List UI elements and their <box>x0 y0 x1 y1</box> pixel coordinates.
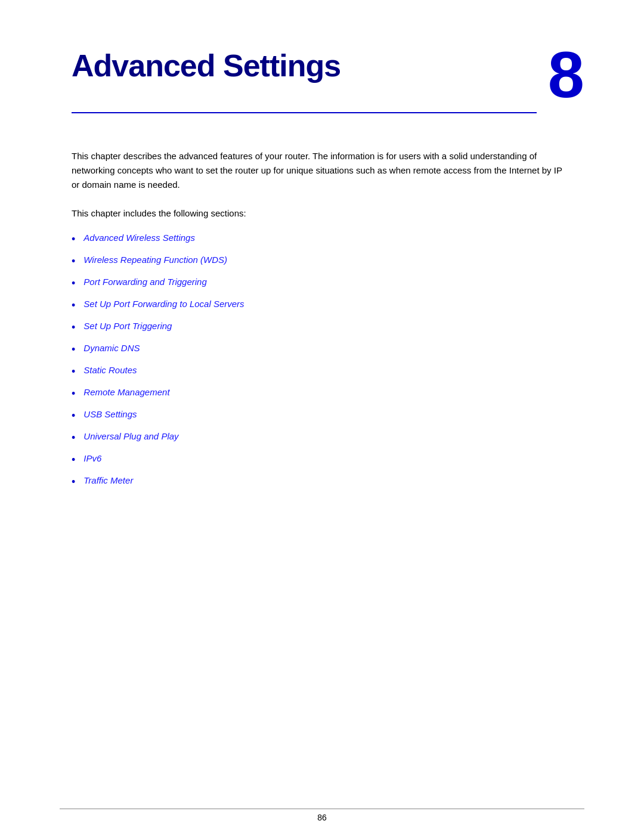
bullet-icon: • <box>72 253 75 270</box>
toc-link-3[interactable]: Set Up Port Forwarding to Local Servers <box>83 298 244 311</box>
toc-link-5[interactable]: Dynamic DNS <box>83 342 140 355</box>
chapter-title: Advanced Settings <box>72 48 340 83</box>
toc-link-9[interactable]: Universal Plug and Play <box>83 430 178 444</box>
bullet-icon: • <box>72 408 75 424</box>
bullet-icon: • <box>72 275 75 292</box>
list-item: •Remote Management <box>72 386 572 402</box>
content-section: This chapter describes the advanced feat… <box>0 113 644 490</box>
list-item: •Advanced Wireless Settings <box>72 231 572 247</box>
list-item: •Set Up Port Forwarding to Local Servers <box>72 298 572 314</box>
list-item: •Set Up Port Triggering <box>72 320 572 336</box>
title-divider <box>72 112 537 113</box>
list-item: •Dynamic DNS <box>72 342 572 358</box>
toc-link-2[interactable]: Port Forwarding and Triggering <box>83 275 206 289</box>
toc-link-8[interactable]: USB Settings <box>83 408 137 422</box>
toc-link-1[interactable]: Wireless Repeating Function (WDS) <box>83 253 227 267</box>
bullet-icon: • <box>72 231 75 247</box>
toc-link-11[interactable]: Traffic Meter <box>83 474 133 488</box>
chapter-number: 8 <box>548 42 584 107</box>
list-item: •Port Forwarding and Triggering <box>72 275 572 292</box>
list-item: •Static Routes <box>72 364 572 380</box>
sections-intro: This chapter includes the following sect… <box>72 206 572 221</box>
bullet-icon: • <box>72 430 75 446</box>
bullet-icon: • <box>72 364 75 380</box>
bullet-icon: • <box>72 342 75 358</box>
list-item: •Wireless Repeating Function (WDS) <box>72 253 572 270</box>
toc-list: •Advanced Wireless Settings•Wireless Rep… <box>72 231 572 490</box>
intro-paragraph-1: This chapter describes the advanced feat… <box>72 149 572 192</box>
toc-link-4[interactable]: Set Up Port Triggering <box>83 320 172 333</box>
list-item: •USB Settings <box>72 408 572 424</box>
chapter-title-row: Advanced Settings 8 <box>72 48 584 107</box>
bullet-icon: • <box>72 452 75 468</box>
list-item: •Universal Plug and Play <box>72 430 572 446</box>
bullet-icon: • <box>72 386 75 402</box>
page-number: 86 <box>317 813 327 822</box>
toc-link-6[interactable]: Static Routes <box>83 364 137 377</box>
page-container: Advanced Settings 8 This chapter describ… <box>0 0 644 833</box>
list-item: •Traffic Meter <box>72 474 572 490</box>
bullet-icon: • <box>72 298 75 314</box>
toc-link-0[interactable]: Advanced Wireless Settings <box>83 231 195 245</box>
bullet-icon: • <box>72 320 75 336</box>
toc-link-7[interactable]: Remote Management <box>83 386 169 400</box>
footer-divider <box>60 809 584 809</box>
header-section: Advanced Settings 8 <box>0 0 644 113</box>
list-item: •IPv6 <box>72 452 572 468</box>
bullet-icon: • <box>72 474 75 490</box>
toc-link-10[interactable]: IPv6 <box>83 452 101 466</box>
